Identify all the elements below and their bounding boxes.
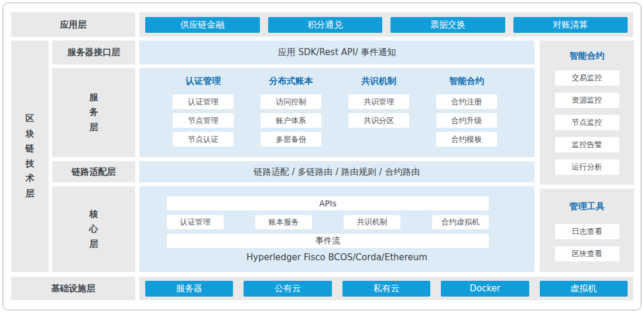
link-layer-label: 链路适配层	[52, 161, 135, 182]
blockchain-architecture-diagram: 应用层 供应链金融 积分通兑 票据交换 对账清算 区块链技术层 服务器接口层 服…	[0, 0, 644, 313]
service-layer-label-text: 服务层	[89, 90, 98, 135]
service-layer-panel: 认证管理 认证管理 节点管理 节点认证 分布式账本 访问控制 账户体系 多层备份…	[139, 68, 535, 157]
infra-block-public-cloud: 公有云	[244, 281, 331, 297]
core-layer-panel: APIs 认证管理 账本服务 共识机制 合约虚拟机 事件流 Hyperledge…	[139, 186, 535, 272]
app-block-points-exchange: 积分通兑	[268, 17, 383, 33]
service-item: 节点管理	[173, 113, 234, 128]
service-col-consensus: 共识机制 共识管理 共识分区	[335, 76, 423, 157]
tech-layer-label-text: 区块链技术层	[25, 111, 35, 201]
infra-block-server: 服务器	[145, 281, 233, 297]
core-module: 账本服务	[255, 215, 312, 229]
service-item: 多层备份	[261, 132, 321, 147]
core-module: 共识机制	[344, 215, 400, 229]
infra-layer-label: 基础设施层	[11, 277, 135, 300]
core-module: 认证管理	[167, 215, 224, 229]
app-block-bill-exchange: 票据交换	[390, 17, 505, 33]
side-panel-item: 资源监控	[555, 93, 619, 108]
side-panel-management-tools: 管理工具 日志查看 区块查看	[540, 189, 634, 272]
interface-layer-content: 应用 SDK/Rest API/ 事件通知	[139, 40, 535, 64]
service-layer-label: 服务层	[52, 68, 135, 157]
service-col-header: 分布式账本	[269, 76, 313, 86]
app-layer-strip: 供应链金融 积分通兑 票据交换 对账清算	[139, 12, 633, 37]
app-block-reconciliation-clearing: 对账清算	[513, 17, 628, 33]
core-event-stream-bar: 事件流	[167, 234, 489, 248]
service-item: 合约模板	[436, 132, 497, 147]
service-col-smart-contract: 智能合约 合约注册 合约升级 合约模板	[423, 76, 511, 157]
side-panel-monitoring: 智能合约 交易监控 资源监控 节点监控 监控告警 运行分析	[540, 40, 634, 185]
service-item: 共识管理	[348, 94, 409, 109]
side-panel-item: 节点监控	[555, 115, 619, 130]
service-col-auth: 认证管理 认证管理 节点管理 节点认证	[159, 76, 247, 157]
core-layer-label-text: 核心层	[89, 207, 98, 252]
service-col-header: 认证管理	[186, 76, 221, 86]
core-layer-label: 核心层	[52, 186, 135, 272]
side-panel-item: 交易监控	[555, 70, 619, 86]
app-block-supply-chain-finance: 供应链金融	[145, 17, 260, 33]
side-panel-item: 运行分析	[555, 159, 619, 175]
interface-layer-label: 服务器接口层	[52, 40, 135, 64]
service-col-ledger: 分布式账本 访问控制 账户体系 多层备份	[247, 76, 335, 157]
infra-block-private-cloud: 私有云	[342, 281, 430, 297]
service-item: 访问控制	[261, 94, 321, 109]
side-panel-item: 监控告警	[555, 137, 619, 152]
link-layer-content: 链路适配 / 多链路由 / 路由规则 / 合约路由	[139, 161, 535, 182]
core-apis-bar: APIs	[167, 196, 489, 210]
infra-block-docker: Docker	[441, 281, 529, 297]
infra-block-virtual-machine: 虚拟机	[540, 281, 628, 297]
app-layer-label: 应用层	[11, 12, 135, 37]
core-modules-row: 认证管理 账本服务 共识机制 合约虚拟机	[167, 215, 489, 229]
service-item: 合约升级	[436, 113, 497, 128]
service-col-header: 智能合约	[449, 76, 484, 86]
service-item: 账户体系	[261, 113, 321, 128]
tech-layer-label: 区块链技术层	[11, 40, 49, 272]
service-item: 认证管理	[173, 94, 234, 109]
core-module: 合约虚拟机	[432, 215, 489, 229]
core-platforms-text: Hyperledger Fisco BCOS/Corda/Ethereum	[139, 252, 535, 263]
side-panel-item: 区块查看	[555, 246, 619, 261]
side-panel-header: 管理工具	[570, 201, 605, 212]
side-panel-item: 日志查看	[555, 224, 619, 239]
service-col-header: 共识机制	[361, 76, 396, 86]
service-item: 共识分区	[348, 113, 409, 128]
service-item: 节点认证	[173, 132, 234, 147]
side-panel-header: 智能合约	[570, 50, 605, 61]
service-item: 合约注册	[436, 94, 497, 109]
infra-layer-strip: 服务器 公有云 私有云 Docker 虚拟机	[139, 277, 633, 300]
